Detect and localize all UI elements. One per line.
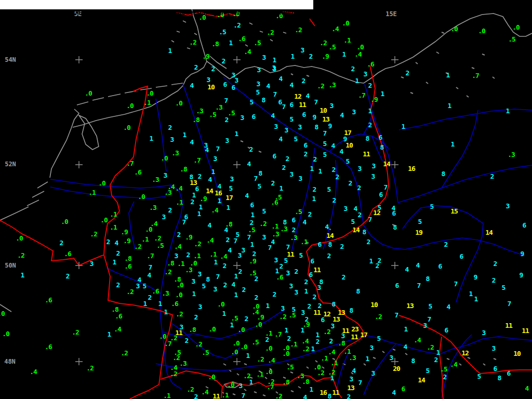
station-value: 5 (346, 158, 350, 165)
station-value: 3 (352, 109, 356, 115)
station-value: 6 (321, 316, 325, 323)
station-value: 2 (177, 231, 181, 238)
station-value: .8 (282, 379, 289, 385)
station-value: .8 (124, 255, 131, 262)
station-value: .0 (232, 340, 240, 347)
station-value: 2 (250, 219, 254, 226)
station-value: 1 (311, 345, 315, 352)
station-value: 2 (168, 124, 172, 131)
station-value: .0 (342, 20, 349, 26)
station-value: 3 (262, 234, 266, 241)
station-value: .0 (217, 301, 224, 308)
station-value: 1 (150, 135, 153, 142)
station-value: .5 (286, 364, 294, 370)
station-value: 4 (232, 281, 235, 288)
station-value: .5 (328, 44, 336, 50)
station-value: 2 (242, 286, 246, 293)
station-value: 2 (292, 227, 296, 233)
station-value: .2 (317, 83, 324, 89)
graticule-label: 54N (5, 56, 16, 63)
station-value: 7 (216, 145, 220, 152)
station-value: 8 (426, 275, 430, 282)
station-value: 8 (315, 124, 318, 130)
station-value: 1 (218, 197, 221, 204)
station-value: .6 (171, 300, 178, 307)
station-value: 2 (444, 241, 448, 248)
weather-map-screen: 5E15E54N52N50N48N .0.0.0.1.0.0.0.0.0.0.0… (0, 0, 532, 399)
station-value: 5 (258, 183, 261, 190)
station-value: 3 (301, 47, 304, 54)
station-value: 17 (225, 194, 233, 201)
station-value: .0 (175, 100, 182, 107)
station-value: 11 (505, 322, 512, 329)
station-value: .0 (176, 282, 183, 288)
station-value: 1 (369, 258, 373, 264)
station-value: 2 (107, 238, 110, 245)
station-value: .6 (124, 263, 131, 270)
station-value: 2 (313, 156, 317, 163)
station-value: 2 (273, 291, 276, 298)
station-value: .6 (115, 313, 122, 320)
station-value: 1 (21, 272, 24, 278)
river-isar (364, 344, 396, 395)
station-value: .2 (195, 341, 202, 348)
station-value: 3 (492, 345, 496, 352)
station-value: 2 (245, 315, 248, 322)
station-value: 2 (286, 155, 289, 162)
station-value: 2 (327, 252, 331, 259)
station-value: 4 (303, 394, 307, 399)
station-value: .6 (134, 169, 141, 176)
station-value: .0 (126, 102, 134, 109)
station-value: 1 (301, 327, 304, 334)
station-value: .2 (279, 313, 286, 320)
station-value: .7 (472, 72, 479, 79)
station-value: 7 (286, 244, 290, 250)
station-value: 1 (214, 259, 218, 265)
station-value: 14 (383, 161, 390, 167)
station-value: .2 (154, 235, 161, 242)
station-value: .1 (143, 99, 151, 106)
station-value: 2 (116, 282, 120, 288)
station-value: .3 (152, 176, 159, 183)
station-value: 3 (241, 114, 244, 121)
station-value: 1 (381, 90, 384, 97)
station-value: 6 (302, 111, 306, 118)
station-value: .0 (16, 235, 23, 242)
station-value: 10 (207, 84, 215, 90)
station-value: .5 (156, 242, 164, 249)
station-value: 8 (498, 375, 501, 381)
station-value: 2 (194, 314, 198, 321)
station-value: .2 (295, 26, 302, 33)
graticule-cross (75, 161, 83, 168)
station-value: 6 (379, 191, 383, 198)
station-value: 7 (182, 219, 186, 225)
station-value: 7 (216, 273, 220, 280)
graticule-cross (233, 161, 241, 168)
station-value: 7 (323, 130, 327, 137)
station-value: 3 (235, 77, 238, 84)
station-value: 4 (404, 343, 407, 350)
station-value: 1 (192, 290, 196, 297)
station-value: 7 (247, 234, 251, 241)
station-value: .0 (138, 193, 145, 200)
border-france-rhine (130, 305, 172, 399)
station-value: 6 (460, 253, 463, 260)
station-value: 2 (282, 164, 286, 171)
station-value: 10 (345, 142, 353, 149)
station-value: 16 (215, 190, 222, 196)
station-value: 2 (223, 282, 227, 288)
station-value: .0 (175, 291, 182, 298)
station-value: 2 (280, 263, 283, 270)
station-value: 14 (326, 232, 334, 239)
station-value: .9 (370, 96, 378, 103)
station-value: 1 (168, 47, 172, 54)
station-value: 5 (377, 335, 381, 342)
station-value: .1 (321, 355, 328, 362)
station-value: 2 (168, 207, 172, 214)
station-value: .0 (208, 326, 216, 332)
station-value: 2 (313, 294, 316, 300)
station-value: 1 (310, 165, 314, 172)
station-value: .3 (328, 82, 336, 88)
station-value: .4 (450, 361, 457, 368)
station-value: 7 (454, 281, 458, 287)
